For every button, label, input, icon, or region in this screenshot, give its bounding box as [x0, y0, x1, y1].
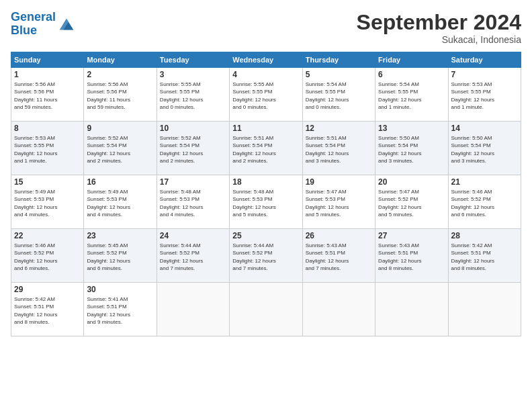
- day-info: Sunrise: 5:56 AM Sunset: 5:56 PM Dayligh…: [14, 81, 81, 111]
- day-info: Sunrise: 5:41 AM Sunset: 5:51 PM Dayligh…: [87, 295, 153, 326]
- day-number: 17: [160, 177, 226, 187]
- calendar-cell: 1Sunrise: 5:56 AM Sunset: 5:56 PM Daylig…: [11, 68, 84, 122]
- day-info: Sunrise: 5:46 AM Sunset: 5:52 PM Dayligh…: [451, 188, 518, 218]
- day-number: 22: [14, 231, 81, 240]
- day-info: Sunrise: 5:55 AM Sunset: 5:55 PM Dayligh…: [232, 81, 299, 111]
- calendar-cell: 27Sunrise: 5:43 AM Sunset: 5:51 PM Dayli…: [375, 229, 448, 283]
- day-number: 27: [378, 231, 445, 240]
- calendar-week-row: 1Sunrise: 5:56 AM Sunset: 5:56 PM Daylig…: [11, 68, 521, 122]
- day-info: Sunrise: 5:51 AM Sunset: 5:54 PM Dayligh…: [306, 134, 372, 165]
- calendar-cell: 2Sunrise: 5:56 AM Sunset: 5:56 PM Daylig…: [84, 68, 157, 122]
- weekday-header: Friday: [375, 52, 448, 68]
- day-number: 11: [232, 124, 299, 133]
- day-info: Sunrise: 5:43 AM Sunset: 5:51 PM Dayligh…: [378, 242, 445, 272]
- calendar-cell: 17Sunrise: 5:48 AM Sunset: 5:53 PM Dayli…: [157, 175, 229, 229]
- calendar-table: SundayMondayTuesdayWednesdayThursdayFrid…: [11, 52, 521, 336]
- calendar-cell: [230, 283, 302, 336]
- day-info: Sunrise: 5:46 AM Sunset: 5:52 PM Dayligh…: [14, 242, 81, 272]
- day-info: Sunrise: 5:45 AM Sunset: 5:52 PM Dayligh…: [87, 242, 153, 272]
- day-info: Sunrise: 5:44 AM Sunset: 5:52 PM Dayligh…: [232, 242, 299, 272]
- day-info: Sunrise: 5:51 AM Sunset: 5:54 PM Dayligh…: [232, 134, 299, 165]
- day-number: 18: [232, 177, 299, 187]
- calendar-cell: 6Sunrise: 5:54 AM Sunset: 5:55 PM Daylig…: [375, 68, 448, 122]
- day-number: 14: [451, 124, 518, 133]
- calendar-cell: 24Sunrise: 5:44 AM Sunset: 5:52 PM Dayli…: [157, 229, 229, 283]
- calendar-cell: 4Sunrise: 5:55 AM Sunset: 5:55 PM Daylig…: [230, 68, 302, 122]
- day-info: Sunrise: 5:47 AM Sunset: 5:53 PM Dayligh…: [306, 188, 372, 218]
- weekday-header: Monday: [84, 52, 157, 68]
- calendar-cell: 23Sunrise: 5:45 AM Sunset: 5:52 PM Dayli…: [84, 229, 157, 283]
- day-info: Sunrise: 5:48 AM Sunset: 5:53 PM Dayligh…: [232, 188, 299, 218]
- logo-icon: [57, 15, 76, 34]
- title-block: September 2024 Sukacai, Indonesia: [357, 11, 521, 45]
- calendar-cell: 18Sunrise: 5:48 AM Sunset: 5:53 PM Dayli…: [230, 175, 302, 229]
- day-number: 8: [14, 124, 81, 133]
- calendar-cell: 8Sunrise: 5:53 AM Sunset: 5:55 PM Daylig…: [11, 122, 84, 175]
- day-info: Sunrise: 5:52 AM Sunset: 5:54 PM Dayligh…: [87, 134, 153, 165]
- calendar-week-row: 15Sunrise: 5:49 AM Sunset: 5:53 PM Dayli…: [11, 175, 521, 229]
- day-info: Sunrise: 5:56 AM Sunset: 5:56 PM Dayligh…: [87, 81, 153, 111]
- day-number: 16: [87, 177, 153, 187]
- day-number: 10: [160, 124, 226, 133]
- calendar-cell: 21Sunrise: 5:46 AM Sunset: 5:52 PM Dayli…: [448, 175, 521, 229]
- day-number: 25: [232, 231, 299, 240]
- weekday-header: Saturday: [448, 52, 521, 68]
- calendar-header: SundayMondayTuesdayWednesdayThursdayFrid…: [11, 52, 521, 68]
- calendar-cell: 11Sunrise: 5:51 AM Sunset: 5:54 PM Dayli…: [230, 122, 302, 175]
- month-title: September 2024: [357, 11, 521, 34]
- day-number: 1: [14, 70, 81, 79]
- calendar-cell: [448, 283, 521, 336]
- calendar-cell: 5Sunrise: 5:54 AM Sunset: 5:55 PM Daylig…: [302, 68, 375, 122]
- day-info: Sunrise: 5:50 AM Sunset: 5:54 PM Dayligh…: [378, 134, 445, 165]
- day-info: Sunrise: 5:44 AM Sunset: 5:52 PM Dayligh…: [160, 242, 226, 272]
- calendar-cell: 10Sunrise: 5:52 AM Sunset: 5:54 PM Dayli…: [157, 122, 229, 175]
- calendar-week-row: 22Sunrise: 5:46 AM Sunset: 5:52 PM Dayli…: [11, 229, 521, 283]
- day-number: 12: [306, 124, 372, 133]
- day-number: 4: [232, 70, 299, 79]
- day-number: 6: [378, 70, 445, 79]
- day-info: Sunrise: 5:50 AM Sunset: 5:54 PM Dayligh…: [451, 134, 518, 165]
- day-number: 9: [87, 124, 153, 133]
- calendar-cell: 30Sunrise: 5:41 AM Sunset: 5:51 PM Dayli…: [84, 283, 157, 336]
- day-info: Sunrise: 5:42 AM Sunset: 5:51 PM Dayligh…: [451, 242, 518, 272]
- weekday-header: Tuesday: [157, 52, 229, 68]
- logo: GeneralBlue: [11, 11, 76, 38]
- calendar-body: 1Sunrise: 5:56 AM Sunset: 5:56 PM Daylig…: [11, 68, 521, 336]
- calendar-cell: 26Sunrise: 5:43 AM Sunset: 5:51 PM Dayli…: [302, 229, 375, 283]
- day-number: 20: [378, 177, 445, 187]
- day-number: 2: [87, 70, 153, 79]
- calendar-cell: 22Sunrise: 5:46 AM Sunset: 5:52 PM Dayli…: [11, 229, 84, 283]
- day-info: Sunrise: 5:49 AM Sunset: 5:53 PM Dayligh…: [14, 188, 81, 218]
- day-info: Sunrise: 5:55 AM Sunset: 5:55 PM Dayligh…: [160, 81, 226, 111]
- calendar-cell: 13Sunrise: 5:50 AM Sunset: 5:54 PM Dayli…: [375, 122, 448, 175]
- page: GeneralBlue September 2024 Sukacai, Indo…: [0, 0, 532, 411]
- day-number: 13: [378, 124, 445, 133]
- weekday-row: SundayMondayTuesdayWednesdayThursdayFrid…: [11, 52, 521, 68]
- day-info: Sunrise: 5:48 AM Sunset: 5:53 PM Dayligh…: [160, 188, 226, 218]
- calendar-cell: 3Sunrise: 5:55 AM Sunset: 5:55 PM Daylig…: [157, 68, 229, 122]
- day-number: 5: [306, 70, 372, 79]
- day-info: Sunrise: 5:42 AM Sunset: 5:51 PM Dayligh…: [14, 295, 81, 326]
- day-info: Sunrise: 5:53 AM Sunset: 5:55 PM Dayligh…: [451, 81, 518, 111]
- calendar-cell: 28Sunrise: 5:42 AM Sunset: 5:51 PM Dayli…: [448, 229, 521, 283]
- day-number: 21: [451, 177, 518, 187]
- day-number: 29: [14, 285, 81, 294]
- day-number: 7: [451, 70, 518, 79]
- day-number: 24: [160, 231, 226, 240]
- calendar-cell: 7Sunrise: 5:53 AM Sunset: 5:55 PM Daylig…: [448, 68, 521, 122]
- location: Sukacai, Indonesia: [357, 34, 521, 45]
- day-number: 28: [451, 231, 518, 240]
- weekday-header: Thursday: [302, 52, 375, 68]
- calendar-week-row: 29Sunrise: 5:42 AM Sunset: 5:51 PM Dayli…: [11, 283, 521, 336]
- calendar-cell: 25Sunrise: 5:44 AM Sunset: 5:52 PM Dayli…: [230, 229, 302, 283]
- day-info: Sunrise: 5:47 AM Sunset: 5:52 PM Dayligh…: [378, 188, 445, 218]
- calendar-cell: 16Sunrise: 5:49 AM Sunset: 5:53 PM Dayli…: [84, 175, 157, 229]
- logo-text: GeneralBlue: [11, 11, 56, 38]
- calendar-cell: 20Sunrise: 5:47 AM Sunset: 5:52 PM Dayli…: [375, 175, 448, 229]
- calendar-cell: [157, 283, 229, 336]
- day-number: 15: [14, 177, 81, 187]
- day-info: Sunrise: 5:52 AM Sunset: 5:54 PM Dayligh…: [160, 134, 226, 165]
- day-info: Sunrise: 5:43 AM Sunset: 5:51 PM Dayligh…: [306, 242, 372, 272]
- header: GeneralBlue September 2024 Sukacai, Indo…: [11, 11, 521, 45]
- calendar-cell: 12Sunrise: 5:51 AM Sunset: 5:54 PM Dayli…: [302, 122, 375, 175]
